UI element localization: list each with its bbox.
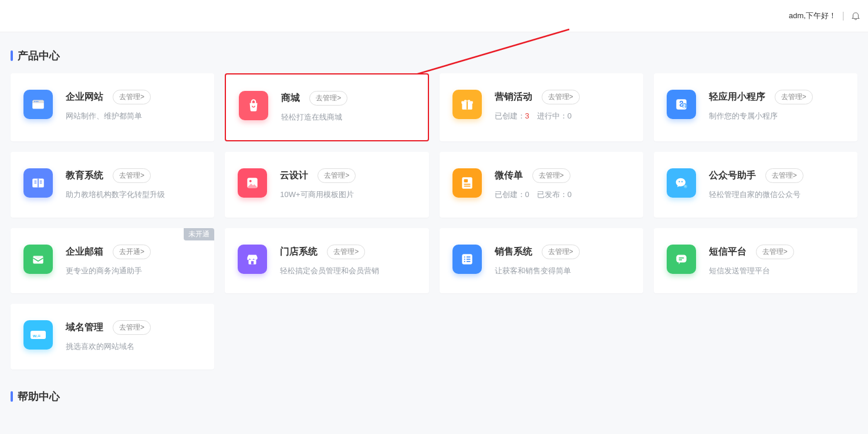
card-desc: 轻松搞定会员管理和会员营销: [280, 265, 416, 277]
card-sales-system[interactable]: 销售系统 去管理> 让获客和销售变得简单: [440, 228, 643, 294]
manage-button[interactable]: 去管理>: [327, 245, 365, 259]
products-section-title: 产品中心: [11, 49, 857, 63]
svg-rect-20: [464, 179, 468, 182]
svg-point-5: [38, 101, 39, 102]
divider: |: [842, 11, 845, 21]
page-content: 产品中心 企业网站 去管理> 网站制作、维护都简单 商城 去管理> 轻松打造在线…: [0, 32, 868, 434]
card-title: 云设计: [280, 169, 308, 182]
card-enterprise-mail[interactable]: 未开通 企业邮箱 去开通> 更专业的商务沟通助手: [11, 228, 214, 294]
card-desc: 更专业的商务沟通助手: [66, 265, 201, 277]
card-desc: 网站制作、维护都简单: [66, 110, 201, 123]
mail-icon: [23, 245, 53, 274]
svg-text:w.=: w.=: [32, 333, 40, 338]
card-cloud-design[interactable]: 云设计 去管理> 10W+可商用模板图片: [225, 152, 428, 218]
top-bar: adm,下午好！ |: [0, 0, 868, 32]
store-icon: [238, 245, 267, 274]
svg-point-3: [34, 101, 35, 102]
manage-button[interactable]: 去管理>: [775, 90, 813, 104]
card-wei-flyer[interactable]: 微传单 去管理> 已创建：0 已发布：0: [440, 152, 643, 218]
card-title: 微传单: [495, 169, 523, 182]
card-education[interactable]: 教育系统 去管理> 助力教培机构数字化转型升级: [11, 152, 214, 218]
svg-rect-8: [466, 101, 467, 110]
card-title: 企业邮箱: [66, 246, 103, 258]
card-desc: 短信发送管理平台: [709, 265, 845, 277]
greeting-text: adm,下午好！: [789, 11, 836, 21]
card-desc: 助力教培机构数字化转型升级: [66, 189, 201, 201]
window-icon: [23, 90, 53, 119]
manage-button[interactable]: 去管理>: [542, 90, 580, 104]
card-desc: 轻松管理自家的微信公众号: [709, 189, 845, 201]
card-desc: 让获客和销售变得简单: [495, 265, 630, 277]
manage-button[interactable]: 去管理>: [309, 91, 347, 106]
svg-point-18: [249, 180, 252, 182]
card-title: 短信平台: [709, 246, 747, 258]
svg-point-32: [464, 259, 465, 260]
manage-button[interactable]: 去管理>: [532, 168, 570, 183]
card-desc: 已创建：3 进行中：0: [495, 111, 572, 120]
manage-button[interactable]: 去管理>: [542, 245, 580, 259]
card-title: 门店系统: [280, 246, 318, 258]
manage-button[interactable]: 去管理>: [318, 168, 356, 183]
manage-button[interactable]: 去管理>: [113, 90, 151, 104]
miniapp-icon: [667, 90, 696, 119]
card-domain[interactable]: w.= 域名管理 去管理> 挑选喜欢的网站域名: [11, 304, 214, 369]
manage-button[interactable]: 去管理>: [113, 168, 151, 183]
domain-icon: w.=: [23, 320, 53, 350]
svg-point-34: [464, 260, 465, 262]
bell-icon[interactable]: [850, 10, 861, 22]
manage-button[interactable]: 去开通>: [113, 245, 151, 259]
card-desc: 10W+可商用模板图片: [280, 189, 416, 201]
svg-rect-28: [251, 261, 254, 264]
card-light-app[interactable]: 轻应用小程序 去管理> 制作您的专属小程序: [654, 73, 857, 141]
flyer-icon: [452, 168, 482, 198]
card-wechat-assistant[interactable]: 公众号助手 去管理> 轻松管理自家的微信公众号: [654, 152, 857, 218]
card-enterprise-website[interactable]: 企业网站 去管理> 网站制作、维护都简单: [11, 73, 214, 141]
svg-rect-19: [462, 177, 472, 189]
message-icon: [667, 245, 696, 274]
card-desc: 已创建：0 已发布：0: [495, 189, 630, 201]
manage-button[interactable]: 去管理>: [756, 245, 794, 259]
card-title: 教育系统: [66, 169, 103, 182]
card-desc: 制作您的专属小程序: [709, 110, 845, 123]
card-title: 企业网站: [66, 91, 103, 103]
card-sms-platform[interactable]: 短信平台 去管理> 短信发送管理平台: [654, 228, 857, 294]
card-desc: 轻松打造在线商城: [281, 111, 414, 124]
svg-point-30: [464, 256, 465, 257]
list-icon: [452, 245, 482, 274]
card-title: 营销活动: [495, 91, 532, 103]
card-title: 销售系统: [495, 246, 532, 258]
svg-rect-36: [676, 255, 686, 262]
wechat-icon: [667, 168, 696, 198]
bag-icon: [239, 91, 268, 120]
card-title: 域名管理: [66, 321, 103, 334]
manage-button[interactable]: 去管理>: [113, 320, 151, 335]
card-title: 轻应用小程序: [709, 91, 765, 103]
book-icon: [23, 168, 53, 198]
card-mall[interactable]: 商城 去管理> 轻松打造在线商城: [225, 73, 428, 141]
svg-point-25: [681, 181, 683, 182]
card-title: 公众号助手: [709, 169, 756, 182]
products-grid: 企业网站 去管理> 网站制作、维护都简单 商城 去管理> 轻松打造在线商城 营销…: [11, 73, 857, 369]
image-icon: [238, 168, 267, 198]
card-title: 商城: [281, 92, 300, 104]
card-desc: 挑选喜欢的网站域名: [66, 341, 201, 353]
manage-button[interactable]: 去管理>: [765, 168, 803, 183]
svg-point-4: [36, 101, 37, 102]
badge-unopened: 未开通: [184, 228, 214, 240]
card-marketing[interactable]: 营销活动 去管理> 已创建：3 进行中：0: [440, 73, 643, 141]
svg-point-24: [678, 181, 680, 182]
gift-icon: [452, 90, 482, 119]
help-section-title: 帮助中心: [11, 389, 857, 404]
card-store-system[interactable]: 门店系统 去管理> 轻松搞定会员管理和会员营销: [225, 228, 428, 294]
